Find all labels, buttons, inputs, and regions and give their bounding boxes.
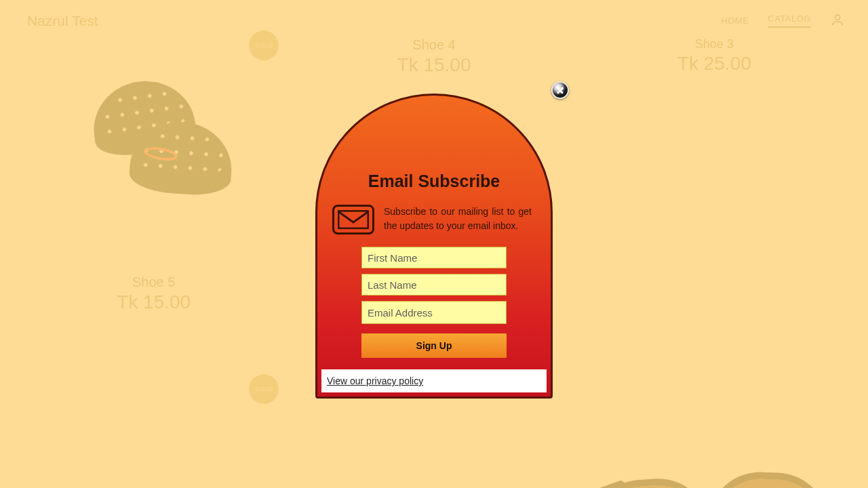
privacy-bar: View our privacy policy [321,369,547,392]
modal-description: Subscribe to our mailing list to get the… [384,205,532,233]
close-icon[interactable] [551,81,569,99]
signup-button[interactable]: Sign Up [361,333,507,358]
email-input[interactable] [361,301,507,324]
last-name-input[interactable] [361,274,507,296]
first-name-input[interactable] [361,247,507,268]
subscribe-form: Sign Up [317,235,551,358]
subscribe-modal: Email Subscribe Subscribe to our mailing… [315,94,553,399]
envelope-icon [332,205,374,235]
modal-title: Email Subscribe [317,171,551,191]
privacy-link[interactable]: View our privacy policy [327,375,423,386]
svg-rect-1 [338,211,368,228]
